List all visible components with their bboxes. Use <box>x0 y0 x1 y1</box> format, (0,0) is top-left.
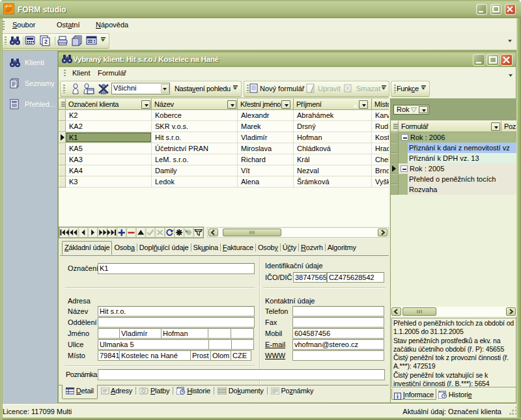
svg-text:2: 2 <box>44 38 48 45</box>
